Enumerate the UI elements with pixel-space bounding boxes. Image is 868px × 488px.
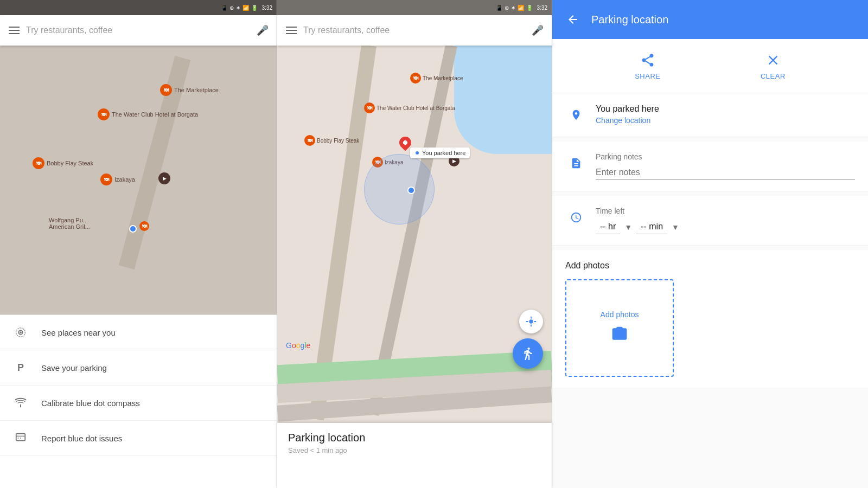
- marker-bobbyflay-mid: 🍽 Bobby Flay Steak: [304, 135, 359, 146]
- time-icon: [565, 207, 587, 228]
- marker-waterclub-left: 🍽 The Water Club Hotel at Borgata: [98, 108, 198, 120]
- menu-item-compass-text: Calibrate blue dot compass: [41, 399, 140, 408]
- marker-icon: 🍽: [160, 84, 172, 96]
- svg-point-2: [20, 331, 22, 333]
- photos-title: Add photos: [565, 261, 855, 271]
- location-content: You parked here Change location: [596, 104, 855, 125]
- parked-label: You parked here: [410, 147, 470, 158]
- parking-subtitle-mid: Saved < 1 min ago: [288, 446, 541, 454]
- water-area: [454, 46, 552, 154]
- marker-bobbyflay-left: 🍽 Bobby Flay Steak: [33, 157, 93, 169]
- hamburger-icon-mid[interactable]: [286, 27, 297, 34]
- status-bar-left: 📱 ⊕ ✶ 📶 🔋 3:32: [0, 0, 277, 15]
- content-right: You parked here Change location Parking …: [552, 93, 868, 488]
- hr-dropdown-arrow[interactable]: ▼: [624, 223, 632, 232]
- menu-left: See places near you P Save your parking …: [0, 314, 277, 488]
- clear-icon: [764, 52, 782, 69]
- marker-marketplace-mid: 🍽 The Marketplace: [410, 73, 463, 84]
- notes-input[interactable]: [596, 165, 855, 180]
- add-photos-label: Add photos: [601, 310, 639, 319]
- marker-izakaya-left: 🍽 Izakaya: [100, 174, 135, 185]
- parking-circle: [364, 154, 435, 224]
- menu-item-issues-text: Report blue dot issues: [41, 434, 122, 443]
- menu-item-nearby-text: See places near you: [41, 328, 116, 337]
- location-title: You parked here: [596, 104, 855, 114]
- notes-section: Parking notes: [552, 142, 868, 191]
- fab-button-mid[interactable]: [513, 338, 543, 369]
- mic-icon-mid[interactable]: 🎤: [532, 23, 543, 38]
- time-label: Time left: [596, 207, 855, 215]
- notes-icon: [565, 152, 587, 174]
- map-left: 🍽 The Marketplace 🍽 The Water Club Hotel…: [0, 0, 277, 314]
- red-pin: [399, 137, 411, 149]
- search-placeholder-left[interactable]: Try restaurants, coffee: [26, 25, 251, 35]
- status-icons-left: 📱 ⊕ ✶ 📶 🔋 3:32: [221, 5, 272, 11]
- time-content: Time left -- hr ▼ -- min ▼: [596, 207, 855, 234]
- change-location-link[interactable]: Change location: [596, 116, 855, 125]
- menu-item-parking[interactable]: P Save your parking: [0, 350, 277, 386]
- clear-label: CLEAR: [761, 72, 786, 80]
- marker-icon-mid2: 🍽: [364, 102, 375, 113]
- hr-field[interactable]: -- hr: [596, 220, 620, 234]
- marker-icon4: 🍽: [100, 174, 112, 185]
- svg-point-8: [529, 319, 533, 323]
- hamburger-icon-left[interactable]: [9, 27, 20, 34]
- svg-rect-4: [16, 434, 25, 441]
- map-area-mid[interactable]: 🍽 The Marketplace 🍽 The Water Club Hotel…: [277, 46, 552, 423]
- bottom-card-mid: Parking location Saved < 1 min ago: [277, 423, 552, 488]
- parking-icon: P: [13, 360, 28, 375]
- marker-marketplace-left: 🍽 The Marketplace: [160, 84, 219, 96]
- min-dropdown-arrow[interactable]: ▼: [672, 223, 679, 232]
- user-dot-left: [129, 225, 137, 233]
- marker-waterclub-mid: 🍽 The Water Club Hotel at Borgata: [364, 102, 455, 113]
- time-section: Time left -- hr ▼ -- min ▼: [552, 196, 868, 246]
- action-bar: SHARE CLEAR: [552, 39, 868, 93]
- share-label: SHARE: [635, 72, 660, 80]
- marker-icon3: 🍽: [33, 157, 44, 169]
- user-dot-mid: [407, 187, 415, 194]
- panel-middle: 📱 ⊕ ✶ 📶 🔋 3:32 Try restaurants, coffee 🎤…: [277, 0, 552, 488]
- issues-icon: [13, 431, 28, 446]
- marker-wolfgang-left: Wolfgang Pu...American Gril...: [49, 217, 90, 230]
- header-title: Parking location: [591, 14, 857, 26]
- location-section: You parked here Change location: [552, 93, 868, 137]
- google-logo: Google: [286, 341, 310, 350]
- status-icons-mid: 📱 ⊕ ✶ 📶 🔋 3:32: [496, 5, 547, 11]
- nearby-icon: [13, 325, 28, 340]
- time-selector: -- hr ▼ -- min ▼: [596, 220, 855, 234]
- marker-icon5: ▶: [158, 172, 170, 184]
- mic-icon-left[interactable]: 🎤: [257, 23, 268, 38]
- notes-content: Parking notes: [596, 152, 855, 180]
- add-photos-box[interactable]: Add photos: [565, 279, 674, 377]
- parked-dot: [414, 150, 420, 156]
- search-placeholder-mid[interactable]: Try restaurants, coffee: [303, 25, 526, 35]
- marker-dark-left: ▶: [158, 172, 170, 184]
- menu-item-parking-text: Save your parking: [41, 363, 107, 373]
- status-bar-mid: 📱 ⊕ ✶ 📶 🔋 3:32: [277, 0, 552, 15]
- camera-icon: [611, 325, 628, 346]
- photos-section: Add photos Add photos: [552, 250, 868, 388]
- back-button[interactable]: [563, 10, 583, 29]
- header-right: Parking location: [552, 0, 868, 39]
- share-icon: [639, 52, 656, 69]
- location-icon: [565, 104, 587, 126]
- menu-item-compass[interactable]: Calibrate blue dot compass: [0, 386, 277, 421]
- search-bar-left[interactable]: Try restaurants, coffee 🎤: [0, 15, 277, 46]
- panel-left: 🍽 The Marketplace 🍽 The Water Club Hotel…: [0, 0, 277, 488]
- share-button[interactable]: SHARE: [635, 52, 660, 80]
- red-pin-dot: [402, 139, 408, 145]
- location-button-mid[interactable]: [519, 310, 543, 333]
- panel-right: Parking location SHARE CLEAR: [552, 0, 868, 488]
- min-field[interactable]: -- min: [636, 220, 667, 234]
- clear-button[interactable]: CLEAR: [761, 52, 786, 80]
- compass-icon: [13, 395, 28, 410]
- notes-label: Parking notes: [596, 152, 855, 161]
- marker-icon-mid3: 🍽: [304, 135, 315, 146]
- menu-item-issues[interactable]: Report blue dot issues: [0, 421, 277, 456]
- marker-icon2: 🍽: [98, 108, 110, 120]
- menu-item-nearby[interactable]: See places near you: [0, 315, 277, 350]
- search-bar-mid[interactable]: Try restaurants, coffee 🎤: [277, 15, 552, 46]
- marker-icon-mid1: 🍽: [410, 73, 421, 84]
- restaurant-dot-left: 🍽: [139, 221, 149, 231]
- parking-title-mid: Parking location: [288, 432, 541, 444]
